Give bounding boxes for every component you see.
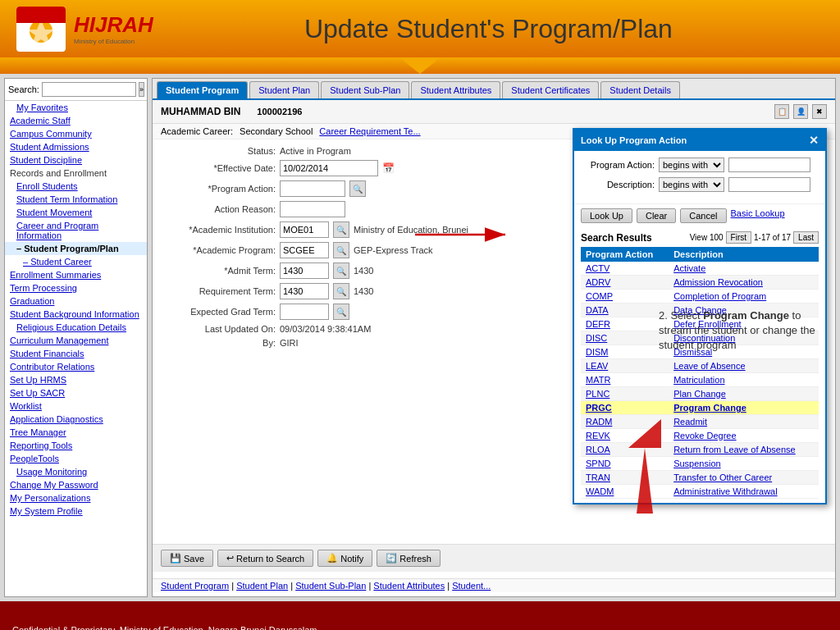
sidebar-item-app-diagnostics[interactable]: Application Diagnostics <box>5 413 147 426</box>
sidebar-item-my-favorites[interactable]: My Favorites <box>5 101 147 114</box>
table-row[interactable]: LEAVLeave of Absence <box>581 359 819 373</box>
cell-desc[interactable]: Matriculation <box>669 373 819 387</box>
sidebar-item-tree-manager[interactable]: Tree Manager <box>5 426 147 439</box>
cell-code[interactable]: SPND <box>581 457 669 471</box>
institution-lookup[interactable]: 🔍 <box>333 221 349 238</box>
search-input[interactable] <box>42 82 136 97</box>
sidebar-item-term-processing[interactable]: Term Processing <box>5 281 147 294</box>
sidebar-item-student-background[interactable]: Student Background Information <box>5 308 147 321</box>
bottom-link-student-plan[interactable]: Student Plan <box>236 581 288 591</box>
sidebar-item-enroll-students[interactable]: Enroll Students <box>5 180 147 193</box>
table-row[interactable]: PLNCPlan Change <box>581 387 819 401</box>
basic-lookup-link[interactable]: Basic Lookup <box>731 208 785 223</box>
look-up-button[interactable]: Look Up <box>581 208 632 223</box>
sidebar-item-student-financials[interactable]: Student Financials <box>5 347 147 360</box>
sidebar-item-student-term-info[interactable]: Student Term Information <box>5 193 147 206</box>
requirement-term-input[interactable] <box>280 283 329 299</box>
cell-code[interactable]: DEFR <box>581 317 669 331</box>
table-row[interactable]: COMPCompletion of Program <box>581 290 819 304</box>
sidebar-item-usage-monitoring[interactable]: Usage Monitoring <box>5 465 147 478</box>
table-row[interactable]: PRGCProgram Change <box>581 401 819 415</box>
program-action-lookup[interactable]: 🔍 <box>349 180 366 197</box>
icon-btn-1[interactable]: 📋 <box>774 104 789 119</box>
tab-student-sub-plan[interactable]: Student Sub-Plan <box>321 81 409 98</box>
sidebar-item-reporting-tools[interactable]: Reporting Tools <box>5 439 147 452</box>
cell-code[interactable]: LEAV <box>581 359 669 373</box>
icon-btn-3[interactable]: ✖ <box>812 104 827 119</box>
description-select[interactable]: begins with contains equals <box>659 177 724 192</box>
cell-code[interactable]: ACTV <box>581 262 669 276</box>
sidebar-item-student-movement[interactable]: Student Movement <box>5 206 147 219</box>
cell-code[interactable]: RLOA <box>581 443 669 457</box>
sidebar-item-religious-ed[interactable]: Religious Education Details <box>5 321 147 334</box>
sidebar-item-enrollment-summaries[interactable]: Enrollment Summaries <box>5 268 147 281</box>
table-row[interactable]: REVKRevoke Degree <box>581 429 819 443</box>
sidebar-item-student-program-plan[interactable]: – Student Program/Plan <box>5 242 147 255</box>
expected-grad-lookup[interactable]: 🔍 <box>333 304 349 320</box>
cell-desc[interactable]: Activate <box>669 262 819 276</box>
tab-student-attributes[interactable]: Student Attributes <box>411 81 500 98</box>
sidebar-item-set-up-hrms[interactable]: Set Up HRMS <box>5 373 147 386</box>
admit-term-lookup[interactable]: 🔍 <box>333 262 349 279</box>
sidebar-item-career-program[interactable]: Career and Program Information <box>5 219 147 242</box>
cell-desc[interactable]: Suspension <box>669 457 819 471</box>
cell-desc[interactable]: Program Change <box>669 401 819 415</box>
sidebar-item-change-password[interactable]: Change My Password <box>5 478 147 491</box>
effective-date-input[interactable] <box>280 160 378 176</box>
cell-desc[interactable]: Administrative Withdrawal <box>669 485 819 499</box>
clear-button[interactable]: Clear <box>637 208 676 223</box>
table-row[interactable]: ACTVActivate <box>581 262 819 276</box>
academic-institution-input[interactable] <box>280 221 329 238</box>
first-button[interactable]: First <box>726 231 751 244</box>
cell-desc[interactable]: Return from Leave of Absense <box>669 443 819 457</box>
bottom-link-student-attributes[interactable]: Student Attributes <box>373 581 445 591</box>
calendar-icon[interactable]: 📅 <box>382 162 395 174</box>
cell-desc[interactable]: Plan Change <box>669 387 819 401</box>
cell-code[interactable]: WADM <box>581 485 669 499</box>
cell-desc[interactable]: Readmit <box>669 415 819 429</box>
sidebar-item-my-personalizations[interactable]: My Personalizations <box>5 491 147 504</box>
req-term-lookup[interactable]: 🔍 <box>333 283 349 299</box>
program-action-select[interactable]: begins with contains equals <box>659 158 724 172</box>
search-button[interactable]: » <box>139 82 144 97</box>
cell-code[interactable]: RADM <box>581 415 669 429</box>
col-description[interactable]: Description <box>669 247 819 262</box>
tab-student-details[interactable]: Student Details <box>600 81 680 98</box>
cell-code[interactable]: DISM <box>581 345 669 359</box>
sidebar-item-student-career[interactable]: – Student Career <box>5 255 147 268</box>
program-lookup[interactable]: 🔍 <box>333 242 349 258</box>
dialog-close-button[interactable]: ✕ <box>809 134 819 147</box>
table-row[interactable]: RADMReadmit <box>581 415 819 429</box>
bottom-link-student-more[interactable]: Student... <box>452 581 491 591</box>
cell-code[interactable]: MATR <box>581 373 669 387</box>
cell-desc[interactable]: Revoke Degree <box>669 429 819 443</box>
description-filter-input[interactable] <box>728 177 810 192</box>
save-button[interactable]: 💾 Save <box>161 550 213 567</box>
tab-student-program[interactable]: Student Program <box>157 81 248 98</box>
bottom-link-student-sub-plan[interactable]: Student Sub-Plan <box>295 581 366 591</box>
cell-code[interactable]: ADRV <box>581 276 669 290</box>
last-button[interactable]: Last <box>793 231 819 244</box>
admit-term-input[interactable] <box>280 262 329 279</box>
sidebar-item-graduation[interactable]: Graduation <box>5 294 147 308</box>
cell-desc[interactable]: Completion of Program <box>669 290 819 304</box>
sidebar-item-academic-staff[interactable]: Academic Staff <box>5 114 147 127</box>
cell-desc[interactable]: Transfer to Other Career <box>669 471 819 485</box>
action-reason-input[interactable] <box>280 201 345 217</box>
program-action-input[interactable] <box>280 180 345 197</box>
tab-student-plan[interactable]: Student Plan <box>249 81 319 98</box>
cell-desc[interactable]: Leave of Absence <box>669 359 819 373</box>
cell-code[interactable]: PLNC <box>581 387 669 401</box>
bottom-link-student-program[interactable]: Student Program <box>161 581 229 591</box>
sidebar-item-people-tools[interactable]: PeopleTools <box>5 452 147 465</box>
academic-program-input[interactable] <box>280 242 329 258</box>
sidebar-item-student-discipline[interactable]: Student Discipline <box>5 153 147 167</box>
sidebar-item-set-up-sacr[interactable]: Set Up SACR <box>5 386 147 399</box>
cell-code[interactable]: COMP <box>581 290 669 304</box>
sidebar-item-curriculum-mgmt[interactable]: Curriculum Management <box>5 334 147 347</box>
career-requirement-link[interactable]: Career Requirement Te... <box>319 126 420 136</box>
table-row[interactable]: WADMAdministrative Withdrawal <box>581 485 819 499</box>
cell-code[interactable]: PRGC <box>581 401 669 415</box>
sidebar-item-contributor-relations[interactable]: Contributor Relations <box>5 360 147 373</box>
table-row[interactable]: RLOAReturn from Leave of Absense <box>581 443 819 457</box>
